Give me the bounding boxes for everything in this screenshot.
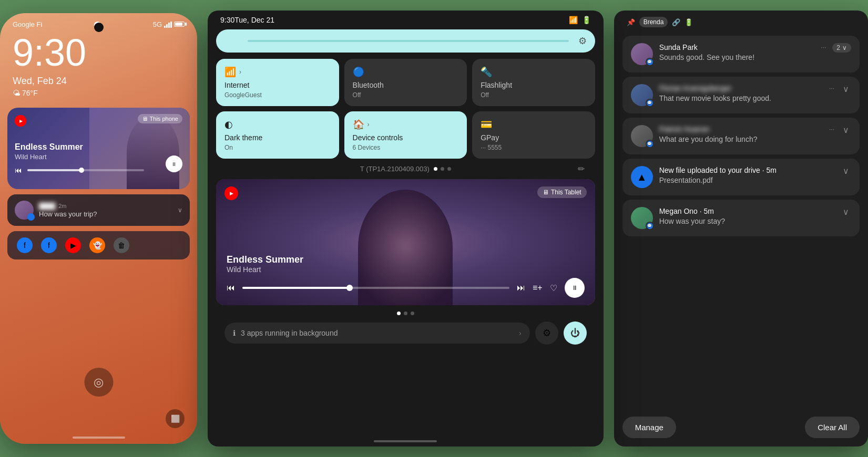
- notif-time-2: ···: [829, 85, 834, 92]
- notif-name-2: Florian Koenigsberger: [659, 84, 732, 92]
- brightness-bar[interactable]: ⚙: [216, 29, 595, 53]
- notif-msg-1: Sounds good. See you there!: [659, 53, 826, 61]
- devicecontrols-label: Device controls: [353, 133, 459, 142]
- tablet-progress-fill: [242, 287, 349, 289]
- internet-arrow: ›: [239, 68, 241, 76]
- bg-apps-pill[interactable]: ℹ 3 apps running in background ›: [224, 323, 530, 344]
- notif-avatar-1: 💬: [631, 43, 653, 65]
- notif-name-3: Patrick Hoamer: [659, 125, 710, 133]
- devicecontrols-icon: 🏠 ›: [353, 119, 459, 130]
- facebook2-icon[interactable]: f: [41, 237, 57, 253]
- phone-progress-bar[interactable]: [27, 169, 144, 171]
- recents-button[interactable]: ⬜: [166, 409, 185, 428]
- expand-icon[interactable]: ∨: [178, 206, 182, 214]
- notif-bottom-buttons: Manage Clear All: [614, 410, 868, 446]
- notifications-list: 💬 Sunda Park ··· Sounds good. See you th…: [614, 32, 868, 410]
- notif-name-4: New file uploaded to your drive · 5m: [659, 166, 777, 174]
- tablet-bottom-bar: ℹ 3 apps running in background › ⚙ ⏻: [216, 321, 595, 349]
- internet-sublabel: GoogleGuest: [224, 91, 331, 99]
- phone-weather: 🌤 76°F: [0, 87, 197, 97]
- youtube-icon[interactable]: ▶: [65, 237, 81, 253]
- pause-button-phone[interactable]: ⏸: [166, 155, 182, 172]
- phone-device: Google Fi ⬤ 5G 9:30 Wed, Feb 24 🌤 76°F: [0, 13, 197, 444]
- devicecontrols-sublabel: 6 Devices: [353, 144, 459, 151]
- notif-avatar-5: 💬: [631, 207, 653, 229]
- phone-home-indicator: [73, 437, 125, 439]
- tablet-music-controls: ⏮ ⏭ ≡+ ♡ ⏸: [227, 278, 585, 298]
- expand-icon-2[interactable]: ∨: [841, 84, 851, 94]
- messages-badge-1: 💬: [646, 58, 654, 66]
- qs-tile-flashlight[interactable]: 🔦 Flashlight Off: [472, 59, 595, 106]
- chevron-down-icon-1[interactable]: ∨: [842, 44, 847, 51]
- notif-msg-3: What are you doing for lunch?: [659, 135, 834, 143]
- bluetooth-icon: 🔵: [353, 66, 459, 78]
- prev-button[interactable]: ⏮: [15, 166, 22, 174]
- phone-app-row: f f ▶ 👻 🗑: [7, 231, 190, 259]
- flashlight-sublabel: Off: [481, 91, 587, 99]
- notif-panel-status-right: 📌 Brenda 🔗 🔋: [627, 17, 693, 27]
- notif-name-row: ████ 2m: [39, 203, 172, 209]
- this-phone-badge: 🖥 This phone: [138, 114, 182, 123]
- notif-name: ████: [39, 203, 55, 209]
- tablet-progress-bar[interactable]: [242, 287, 509, 289]
- dot-2: [441, 167, 444, 171]
- dot-3: [447, 167, 451, 171]
- notif-avatar-phone: [15, 201, 34, 220]
- tablet-playlist-button[interactable]: ≡+: [533, 283, 543, 293]
- tablet-badge-icon: 🖥: [543, 189, 549, 196]
- qs-tile-devicecontrols[interactable]: 🏠 › Device controls 6 Devices: [344, 111, 467, 159]
- clear-all-button[interactable]: Clear All: [805, 417, 860, 438]
- monitor-icon: 🖥: [142, 116, 148, 122]
- notif-text-phone: ████ 2m How was your trip?: [39, 203, 172, 218]
- phone-carrier: Google Fi: [13, 20, 42, 28]
- signal-icon: [164, 22, 172, 28]
- messages-badge-2: 💬: [646, 99, 654, 107]
- settings-button[interactable]: ⚙: [535, 321, 558, 345]
- darktheme-label: Dark theme: [224, 133, 331, 142]
- facebook-icon[interactable]: f: [17, 237, 33, 253]
- tablet-music-artist: Wild Heart: [227, 265, 303, 274]
- tablet-like-button[interactable]: ♡: [550, 283, 557, 293]
- notif-content-2: Florian Koenigsberger ··· That new movie…: [659, 84, 834, 102]
- tablet-pause-button[interactable]: ⏸: [565, 278, 585, 298]
- qs-tile-bluetooth[interactable]: 🔵 Bluetooth Off: [344, 59, 467, 106]
- drive-icon: ▲: [631, 166, 653, 188]
- tablet-prev-button[interactable]: ⏮: [227, 283, 235, 293]
- flashlight-label: Flashlight: [481, 81, 587, 89]
- expand-icon-4[interactable]: ∨: [841, 166, 851, 176]
- tablet-time: 9:30: [220, 16, 234, 24]
- this-tablet-label: This Tablet: [551, 189, 581, 196]
- internet-icon: 📶 ›: [224, 66, 331, 78]
- notif-message: How was your trip?: [39, 210, 172, 218]
- power-button[interactable]: ⏻: [564, 321, 587, 345]
- expand-icon-3[interactable]: ∨: [841, 125, 851, 135]
- fingerprint-button[interactable]: ◎: [84, 368, 113, 397]
- tablet-next-button[interactable]: ⏭: [517, 283, 525, 293]
- notif-content-5: Megan Ono · 5m How was your stay?: [659, 207, 834, 225]
- flash-icon: 🔦: [481, 66, 492, 78]
- bg-apps-arrow: ›: [519, 329, 522, 337]
- notification-item-3: 💬 Patrick Hoamer ··· What are you doing …: [622, 118, 860, 154]
- wifi-tile-icon: 📶: [224, 66, 236, 78]
- phone-music-card: 🖥 This phone Endless Summer Wild Heart ⏮…: [7, 108, 190, 189]
- expand-icon-5[interactable]: ∨: [841, 207, 851, 217]
- devicecontrols-arrow: ›: [367, 121, 370, 128]
- notif-time-1: ···: [821, 44, 826, 51]
- qs-tile-gpay[interactable]: 💳 GPay ··· 5555: [472, 111, 595, 159]
- ghost-icon[interactable]: 👻: [89, 237, 105, 253]
- card-icon: 💳: [481, 119, 492, 130]
- darktheme-icon: ◐: [224, 119, 331, 130]
- tablet-device: 9:30 Tue, Dec 21 📶 🔋 ⚙ 📶 › Internet Goog…: [208, 11, 604, 446]
- tablet-yt-icon: [224, 186, 238, 200]
- dot-1: [434, 167, 437, 171]
- qs-page-dots: [434, 167, 451, 171]
- notif-panel-status-bar: 📌 Brenda 🔗 🔋: [614, 11, 868, 32]
- qs-tile-internet[interactable]: 📶 › Internet GoogleGuest: [216, 59, 339, 106]
- build-text: T (TP1A.2100409.003): [360, 165, 430, 173]
- qs-tile-darktheme[interactable]: ◐ Dark theme On: [216, 111, 339, 159]
- phone-date: Wed, Feb 24: [0, 71, 197, 87]
- trash-icon[interactable]: 🗑: [114, 237, 129, 253]
- bg-apps-text: 3 apps running in background: [241, 329, 338, 337]
- edit-icon[interactable]: ✏: [578, 164, 585, 174]
- manage-button[interactable]: Manage: [622, 417, 676, 438]
